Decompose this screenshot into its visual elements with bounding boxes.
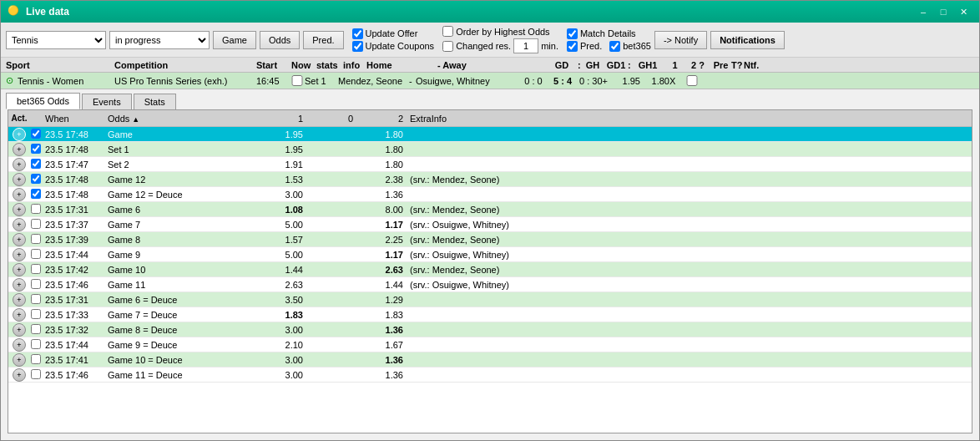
minimize-button[interactable]: –	[914, 3, 932, 20]
row-act[interactable]: +	[10, 233, 28, 246]
tab-events[interactable]: Events	[82, 94, 132, 109]
window-title: Live data	[26, 6, 912, 18]
row-act[interactable]: +	[10, 158, 28, 171]
hdr-num2: 2 ?	[685, 60, 710, 70]
row-checkbox[interactable]	[28, 354, 43, 366]
table-row: + 23.5 17:37 Game 7 5.00 1.17 (srv.: Osu…	[8, 217, 972, 232]
pred-button[interactable]: Pred.	[303, 31, 343, 49]
tab-stats[interactable]: Stats	[134, 94, 176, 109]
row-checkbox[interactable]	[28, 144, 43, 155]
notify-button[interactable]: -> Notify	[654, 31, 707, 49]
game-button[interactable]: Game	[213, 31, 256, 49]
row-act[interactable]: +	[10, 368, 28, 382]
row-act[interactable]: +	[10, 203, 28, 216]
changed-res-label: Changed res.	[456, 41, 511, 51]
row-checkbox[interactable]	[28, 204, 43, 215]
match-checkboxes: Match Details Pred. bet365	[567, 28, 651, 52]
row-checkbox[interactable]	[28, 264, 43, 276]
row-when: 23.5 17:44	[43, 340, 106, 350]
row-act[interactable]: +	[10, 218, 28, 231]
row-col1: 3.00	[256, 370, 306, 380]
row-col2: 8.00	[356, 205, 407, 215]
row-act[interactable]: +	[10, 338, 28, 352]
order-highest-checkbox[interactable]	[442, 26, 453, 37]
row-when: 23.5 17:47	[43, 160, 106, 170]
min-input[interactable]	[513, 38, 538, 53]
row-checkbox[interactable]	[28, 189, 43, 200]
row-checkbox[interactable]	[28, 339, 43, 351]
row-act[interactable]: +	[10, 263, 28, 276]
row-extra: (srv.: Mendez, Seone)	[407, 205, 970, 215]
row-when: 23.5 17:46	[43, 370, 106, 380]
row-col2: 1.80	[356, 129, 407, 139]
row-checkbox[interactable]	[28, 324, 43, 336]
row-col2: 1.36	[356, 355, 407, 365]
pred-checkbox[interactable]	[567, 41, 578, 52]
row-when: 23.5 17:31	[43, 295, 106, 305]
match-gh: 5 : 4	[549, 76, 576, 86]
row-checkbox[interactable]	[28, 174, 43, 185]
row-checkbox[interactable]	[28, 159, 43, 170]
maximize-button[interactable]: □	[934, 3, 952, 20]
row-act[interactable]: +	[10, 353, 28, 367]
sport-select[interactable]: Tennis	[6, 31, 106, 49]
table-row: + 23.5 17:46 Game 11 2.63 1.44 (srv.: Os…	[8, 277, 972, 292]
table-row: + 23.5 17:47 Set 2 1.91 1.80	[8, 157, 972, 172]
row-odds: Game	[106, 129, 256, 139]
notifications-button[interactable]: Notifications	[710, 31, 785, 49]
bet365-label: bet365	[623, 41, 651, 51]
order-checkboxes: Order by Highest Odds Changed res. min.	[442, 26, 558, 53]
row-when: 23.5 17:46	[43, 280, 106, 290]
row-act[interactable]: +	[10, 173, 28, 186]
th-col0: 0	[306, 114, 356, 124]
match-ntf-checkbox[interactable]	[686, 75, 698, 86]
row-checkbox[interactable]	[28, 129, 43, 140]
table-row: + 23.5 17:48 Game 1.95 1.80	[8, 127, 972, 142]
th-when[interactable]: When	[43, 114, 106, 124]
row-act[interactable]: +	[10, 128, 28, 141]
match-checkbox[interactable]	[291, 75, 303, 86]
update-offer-checkbox[interactable]	[352, 28, 363, 39]
tab-bet365odds[interactable]: bet365 Odds	[6, 93, 80, 109]
row-act[interactable]: +	[10, 308, 28, 322]
row-checkbox[interactable]	[28, 219, 43, 231]
hdr-sport: Sport	[6, 60, 114, 70]
checkbox-section1: Update Offer Update Coupons	[347, 28, 435, 52]
odds-button[interactable]: Odds	[260, 31, 300, 49]
match-gh1: 1.95	[611, 76, 640, 86]
row-checkbox[interactable]	[28, 249, 43, 261]
row-act[interactable]: +	[10, 143, 28, 156]
hdr-competition: Competition	[114, 60, 256, 70]
row-col1: 3.00	[256, 355, 306, 365]
update-coupons-checkbox[interactable]	[352, 41, 363, 52]
row-col2: 1.80	[356, 160, 407, 170]
bet365-checkbox[interactable]	[609, 41, 620, 52]
status-select[interactable]: in progress	[109, 31, 210, 49]
row-checkbox[interactable]	[28, 234, 43, 246]
match-details-row: Match Details	[567, 28, 651, 39]
update-offer-label: Update Offer	[366, 28, 418, 38]
row-checkbox[interactable]	[28, 279, 43, 291]
table-header-row: Act. When Odds ▲ 1 0 2 ExtraInfo	[8, 110, 972, 127]
match-details-checkbox[interactable]	[567, 28, 578, 39]
close-button[interactable]: ✕	[954, 3, 972, 20]
row-checkbox[interactable]	[28, 294, 43, 306]
row-col2: 1.83	[356, 310, 407, 320]
row-act[interactable]: +	[10, 293, 28, 307]
row-act[interactable]: +	[10, 188, 28, 201]
row-odds: Set 1	[106, 144, 256, 155]
row-checkbox[interactable]	[28, 309, 43, 321]
changed-res-checkbox[interactable]	[442, 41, 453, 52]
th-col2: 2	[356, 114, 407, 124]
row-when: 23.5 17:48	[43, 144, 106, 155]
row-act[interactable]: +	[10, 323, 28, 337]
hdr-start: Start	[256, 60, 291, 70]
toolbar: Tennis in progress Game Odds Pred. Updat…	[1, 23, 979, 58]
row-checkbox[interactable]	[28, 369, 43, 381]
row-col1: 3.00	[256, 325, 306, 335]
row-extra: (srv.: Mendez, Seone)	[407, 265, 970, 275]
row-act[interactable]: +	[10, 248, 28, 261]
table-row: + 23.5 17:44 Game 9 = Deuce 2.10 1.67	[8, 337, 972, 352]
row-act[interactable]: +	[10, 278, 28, 291]
th-extra: ExtraInfo	[407, 114, 970, 124]
